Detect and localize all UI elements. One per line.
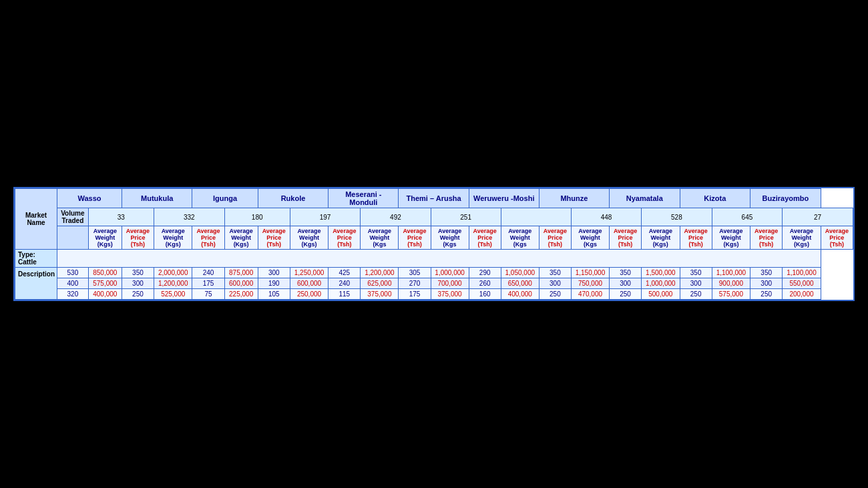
- d3-w-meserani: 115: [329, 289, 361, 300]
- d1-p-igunga: 875,000: [224, 268, 258, 278]
- market-mhunze: Mhunze: [539, 189, 609, 208]
- d1-w-meserani: 425: [329, 268, 361, 278]
- d1-w-kizota: 350: [680, 268, 712, 278]
- subh-weight-themi: Average Weight (Kgs: [431, 226, 469, 250]
- d2-w-buzirayombo: 300: [750, 278, 783, 289]
- d1-w-mhunze: 350: [539, 268, 571, 278]
- d2-p-themi: 700,000: [431, 278, 469, 289]
- d1-p-wasso: 850,000: [88, 268, 122, 278]
- d2-w-igunga: 175: [192, 278, 224, 289]
- d3-w-weruweru: 160: [469, 289, 501, 300]
- d2-p-nyamatala: 1,000,000: [642, 278, 680, 289]
- vol-wasso: 33: [88, 208, 154, 226]
- d3-p-themi: 375,000: [431, 289, 469, 300]
- vol-themi: 251: [431, 208, 501, 226]
- subh-price-buzirayombo: Average Price (Tsh): [821, 226, 853, 250]
- d2-p-rukole: 600,000: [290, 278, 328, 289]
- d3-w-mhunze: 250: [539, 289, 571, 300]
- market-weruweru: Weruweru -Moshi: [469, 189, 539, 208]
- d2-p-igunga: 600,000: [224, 278, 258, 289]
- d2-w-mhunze: 300: [539, 278, 571, 289]
- d3-p-igunga: 225,000: [224, 289, 258, 300]
- vol-igunga: 180: [224, 208, 290, 226]
- d2-w-wasso: 400: [57, 278, 89, 289]
- vol-kizota: 645: [712, 208, 783, 226]
- subh-price-mhunze: Average Price (Tsh): [610, 226, 642, 250]
- d2-p-weruweru: 650,000: [501, 278, 539, 289]
- d3-w-mutukula: 250: [122, 289, 154, 300]
- d3-p-meserani: 375,000: [361, 289, 399, 300]
- subh-weight-mhunze: Average Weight (Kgs: [571, 226, 609, 250]
- subh-weight-mutukula: Average Weight (Kgs): [154, 226, 192, 250]
- d3-p-mhunze: 470,000: [571, 289, 609, 300]
- d1-p-mhunze: 1,150,000: [571, 268, 609, 278]
- d1-w-wasso: 530: [57, 268, 89, 278]
- subh-weight-kizota: Average Weight (Kgs): [712, 226, 750, 250]
- subh-price-nyamatala: Average Price (Tsh): [680, 226, 712, 250]
- subh-weight-weruweru: Average Weight (Kgs: [501, 226, 539, 250]
- d2-w-kizota: 300: [680, 278, 712, 289]
- d1-w-rukole: 300: [258, 268, 290, 278]
- d2-w-mutukula: 300: [122, 278, 154, 289]
- d3-w-igunga: 75: [192, 289, 224, 300]
- d1-w-themi: 305: [399, 268, 431, 278]
- d3-p-nyamatala: 500,000: [642, 289, 680, 300]
- vol-nyamatala: 528: [642, 208, 712, 226]
- market-nyamatala: Nyamatala: [610, 189, 680, 208]
- market-buzirayombo: Buzirayombo: [750, 189, 821, 208]
- subh-weight-igunga: Average Weight (Kgs): [224, 226, 258, 250]
- vol-weruweru: [501, 208, 571, 226]
- vol-buzirayombo: 27: [783, 208, 853, 226]
- vol-mhunze: 448: [571, 208, 641, 226]
- market-meserani: Meserani - Monduli: [329, 189, 399, 208]
- d3-w-kizota: 250: [680, 289, 712, 300]
- vol-meserani: 492: [361, 208, 431, 226]
- d3-p-mutukula: 525,000: [154, 289, 192, 300]
- vol-mutukula: 332: [154, 208, 225, 226]
- d2-w-themi: 270: [399, 278, 431, 289]
- subh-price-wasso: Average Price (Tsh): [122, 226, 154, 250]
- d3-p-wasso: 400,000: [88, 289, 122, 300]
- volume-traded-header: Volume Traded: [57, 208, 89, 226]
- d2-p-meserani: 625,000: [361, 278, 399, 289]
- d1-p-buzirayombo: 1,100,000: [783, 268, 821, 278]
- subh-weight-wasso: Average Weight (Kgs): [88, 226, 122, 250]
- subh-weight-meserani: Average Weight (Kgs: [361, 226, 399, 250]
- d2-p-mutukula: 1,200,000: [154, 278, 192, 289]
- d3-w-buzirayombo: 250: [750, 289, 783, 300]
- subh-price-kizota: Average Price (Tsh): [750, 226, 783, 250]
- subheader-corner: [57, 226, 89, 250]
- subh-weight-nyamatala: Average Weight (Kgs): [642, 226, 680, 250]
- d2-p-mhunze: 750,000: [571, 278, 609, 289]
- type-cattle-label: Type: Cattle: [15, 250, 57, 268]
- subh-price-weruweru: Average Price (Tsh): [539, 226, 571, 250]
- d3-w-themi: 175: [399, 289, 431, 300]
- market-wasso: Wasso: [57, 189, 122, 208]
- market-igunga: Igunga: [192, 189, 258, 208]
- d1-p-themi: 1,000,000: [431, 268, 469, 278]
- d1-w-nyamatala: 350: [610, 268, 642, 278]
- subh-price-igunga: Average Price (Tsh): [258, 226, 290, 250]
- subh-weight-buzirayombo: Average Weight (Kgs): [783, 226, 821, 250]
- d2-w-weruweru: 260: [469, 278, 501, 289]
- d1-w-weruweru: 290: [469, 268, 501, 278]
- d3-p-weruweru: 400,000: [501, 289, 539, 300]
- market-name-header: Market Name: [15, 189, 57, 250]
- d1-p-mutukula: 2,000,000: [154, 268, 192, 278]
- d3-w-nyamatala: 250: [610, 289, 642, 300]
- d1-w-mutukula: 350: [122, 268, 154, 278]
- d3-p-kizota: 575,000: [712, 289, 750, 300]
- market-rukole: Rukole: [258, 189, 329, 208]
- d1-p-nyamatala: 1,500,000: [642, 268, 680, 278]
- d2-p-buzirayombo: 550,000: [783, 278, 821, 289]
- d3-p-buzirayombo: 200,000: [783, 289, 821, 300]
- d2-w-meserani: 240: [329, 278, 361, 289]
- type-cattle-spacer: [57, 250, 821, 268]
- subh-price-meserani: Average Price (Tsh): [399, 226, 431, 250]
- d2-w-rukole: 190: [258, 278, 290, 289]
- d3-p-rukole: 250,000: [290, 289, 328, 300]
- market-mutukula: Mutukula: [122, 189, 192, 208]
- d2-p-kizota: 900,000: [712, 278, 750, 289]
- vol-rukole: 197: [290, 208, 361, 226]
- d3-w-rukole: 105: [258, 289, 290, 300]
